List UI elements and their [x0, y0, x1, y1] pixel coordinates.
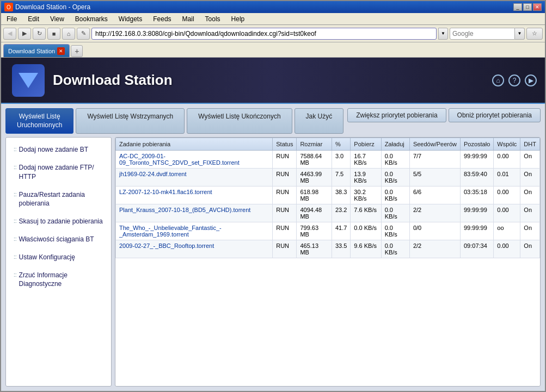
- table-header-row: Zadanie pobierania Status Rozmiar % Pobi…: [116, 138, 540, 151]
- app-tabs: Wyświetl Listę Uruchomionych Wyświetl Li…: [5, 108, 343, 134]
- new-tab-button[interactable]: +: [71, 45, 83, 57]
- col-task: Zadanie pobierania: [116, 138, 273, 151]
- close-button[interactable]: ✕: [533, 3, 542, 11]
- cell-status: RUN: [273, 169, 297, 186]
- col-shared: Wspólc: [494, 138, 520, 151]
- minimize-button[interactable]: _: [513, 3, 522, 11]
- help-icon[interactable]: ?: [508, 74, 520, 86]
- menu-mail[interactable]: Mail: [179, 14, 198, 24]
- cell-size: 7588.64 MB: [297, 151, 332, 169]
- cell-shared: oo: [494, 222, 520, 240]
- col-status: Status: [273, 138, 297, 151]
- app-title: Download Station: [53, 72, 173, 89]
- bookmarks-button[interactable]: ☆: [526, 28, 543, 40]
- forward-button[interactable]: ▶: [18, 28, 31, 40]
- stop-button[interactable]: ■: [47, 28, 60, 40]
- home-button[interactable]: ⌂: [62, 28, 75, 40]
- search-input[interactable]: [450, 28, 515, 40]
- menu-edit[interactable]: Edit: [24, 14, 42, 24]
- address-input[interactable]: [91, 28, 437, 40]
- sidebar-label-pause: Pauza/Restart zadania pobierania: [19, 190, 103, 209]
- bullet-icon: ::: [14, 146, 17, 153]
- address-bar-container: ▼: [91, 28, 448, 40]
- cell-status: RUN: [273, 204, 297, 222]
- sidebar-item-add-ftp[interactable]: :: Dodaj nowe zadanie FTP/ HTTP: [9, 160, 108, 185]
- cell-download: 0.0 KB/s: [351, 222, 381, 240]
- table-row[interactable]: The_Who_-_Unbelievable_Fantastic_-_Amste…: [116, 222, 540, 240]
- menu-help[interactable]: Help: [228, 14, 248, 24]
- cell-seeds: 5/5: [409, 169, 460, 186]
- increase-priority-button[interactable]: Zwiększ priorytet pobierania: [347, 108, 446, 122]
- cell-remaining: 99:99:99: [460, 151, 493, 169]
- home-icon[interactable]: ⌂: [492, 74, 504, 86]
- maximize-button[interactable]: □: [523, 3, 532, 11]
- cell-seeds: 2/2: [409, 204, 460, 222]
- address-dropdown[interactable]: ▼: [438, 28, 448, 40]
- cell-size: 465.13 MB: [297, 240, 332, 258]
- table-row[interactable]: jh1969-02-24.dvdf.torrent RUN 4463.99 MB…: [116, 169, 540, 186]
- cell-upload: 0.0 KB/s: [381, 240, 409, 258]
- edit-button[interactable]: ✎: [77, 28, 90, 40]
- menu-bookmarks[interactable]: Bookmarks: [72, 14, 111, 24]
- cell-status: RUN: [273, 240, 297, 258]
- menu-widgets[interactable]: Widgets: [115, 14, 145, 24]
- cell-shared: 0.01: [494, 169, 520, 186]
- cell-size: 4463.99 MB: [297, 169, 332, 186]
- cell-percent: 38.3: [332, 186, 350, 204]
- sidebar-label-delete: Skasuj to zadanie pobierania: [19, 217, 103, 226]
- cell-shared: 0.00: [494, 151, 520, 169]
- back-button[interactable]: ◀: [3, 28, 16, 40]
- title-controls: _ □ ✕: [513, 3, 542, 11]
- tab-completed[interactable]: Wyświetl Listę Ukończonych: [187, 108, 292, 134]
- col-dht: DHT: [520, 138, 540, 151]
- col-upload: Załaduj: [381, 138, 409, 151]
- cell-shared: 0.00: [494, 240, 520, 258]
- nav-bar: ◀ ▶ ↻ ■ ⌂ ✎ ▼ ▼ ☆: [1, 25, 545, 42]
- reload-button[interactable]: ↻: [33, 28, 46, 40]
- cell-download: 7.6 KB/s: [351, 204, 381, 222]
- app-body: Wyświetl Listę Uruchomionych Wyświetl Li…: [1, 104, 545, 391]
- tab-paused[interactable]: Wyświetl Listę Wstrzymanych: [76, 108, 185, 134]
- table-row[interactable]: AC-DC_2009-01-09_Toronto_NTSC_2DVD_set_F…: [116, 151, 540, 169]
- download-table-container: Zadanie pobierania Status Rozmiar % Pobi…: [115, 137, 541, 387]
- menu-file[interactable]: File: [3, 14, 20, 24]
- cell-percent: 7.5: [332, 169, 350, 186]
- cell-remaining: 99:99:99: [460, 222, 493, 240]
- bullet-icon: ::: [14, 191, 17, 198]
- sidebar-item-pause[interactable]: :: Pauza/Restart zadania pobierania: [9, 187, 108, 212]
- title-bar: O Download Station - Opera _ □ ✕: [1, 1, 545, 13]
- menu-feeds[interactable]: Feeds: [150, 14, 174, 24]
- cell-download: 13.9 KB/s: [351, 169, 381, 186]
- cell-dht: On: [520, 186, 540, 204]
- menu-tools[interactable]: Tools: [202, 14, 224, 24]
- cell-task: The_Who_-_Unbelievable_Fantastic_-_Amste…: [116, 222, 273, 240]
- sidebar-item-props[interactable]: :: Właściwości ściągania BT: [9, 232, 108, 247]
- tab-active[interactable]: Wyświetl Listę Uruchomionych: [5, 108, 73, 134]
- decrease-priority-button[interactable]: Obniż priorytet pobierania: [449, 108, 541, 122]
- menu-view[interactable]: View: [47, 14, 68, 24]
- cell-percent: 33.5: [332, 240, 350, 258]
- sidebar-item-delete[interactable]: :: Skasuj to zadanie pobierania: [9, 214, 108, 229]
- priority-buttons: Zwiększ priorytet pobierania Obniż prior…: [347, 108, 541, 122]
- info-icon[interactable]: ▶: [525, 74, 537, 86]
- browser-icon: O: [4, 3, 13, 11]
- cell-dht: On: [520, 151, 540, 169]
- cell-upload: 0.0 KB/s: [381, 186, 409, 204]
- sidebar-item-config[interactable]: :: Ustaw Konfigurację: [9, 250, 108, 265]
- bullet-icon: ::: [14, 164, 17, 171]
- browser-tab-active[interactable]: Download Station ✕: [3, 44, 70, 57]
- sidebar-item-diag[interactable]: :: Zrzuć Informacje Diagnostyczne: [9, 267, 108, 293]
- table-row[interactable]: LZ-2007-12-10-mk41.flac16.torrent RUN 61…: [116, 186, 540, 204]
- cell-status: RUN: [273, 186, 297, 204]
- cell-shared: 0.00: [494, 204, 520, 222]
- tab-close-button[interactable]: ✕: [57, 47, 65, 55]
- tab-howto[interactable]: Jak Użyć: [295, 108, 344, 134]
- cell-download: 30.2 KB/s: [351, 186, 381, 204]
- cell-upload: 0.0 KB/s: [381, 169, 409, 186]
- col-percent: %: [332, 138, 350, 151]
- search-button[interactable]: ▼: [515, 28, 525, 40]
- table-row[interactable]: Plant_Krauss_2007-10-18_(BD5_AVCHD).torr…: [116, 204, 540, 222]
- table-row[interactable]: 2009-02-27_-_BBC_Rooftop.torrent RUN 465…: [116, 240, 540, 258]
- sidebar-item-add-bt[interactable]: :: Dodaj nowe zadanie BT: [9, 142, 108, 158]
- cell-seeds: 7/7: [409, 151, 460, 169]
